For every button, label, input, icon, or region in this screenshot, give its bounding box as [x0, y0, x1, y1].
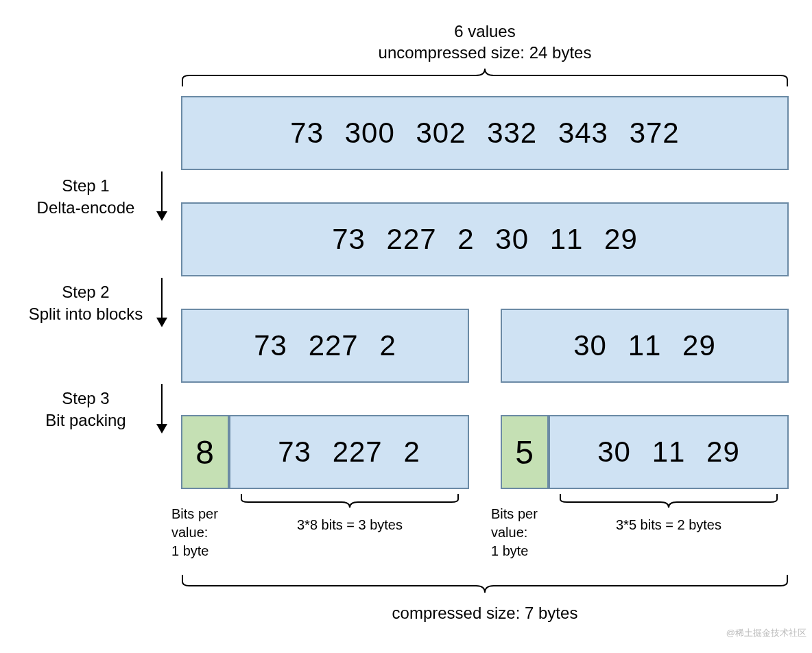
- bpv-r3: 1 byte: [491, 543, 528, 558]
- original-values: 73 300 302 332 343 372: [290, 117, 679, 150]
- bpv-left-label: Bits per value: 1 byte: [171, 505, 240, 560]
- top-brace: [181, 69, 789, 88]
- packed-left-box: 73 227 2: [229, 415, 469, 489]
- step2-label: Step 2 Split into blocks: [7, 281, 165, 326]
- arrow-step1: [161, 171, 163, 219]
- watermark: @稀土掘金技术社区: [726, 627, 807, 639]
- header-text: 6 values uncompressed size: 24 bytes: [181, 21, 789, 63]
- under-brace-left: [240, 492, 459, 508]
- under-brace-right: [559, 492, 778, 508]
- step2-l1: Step 2: [62, 283, 109, 301]
- bpv-r2: value:: [491, 525, 527, 540]
- bits-per-value-left: 8: [181, 415, 229, 489]
- bits-per-value-right: 5: [501, 415, 549, 489]
- step3-l1: Step 3: [62, 389, 109, 407]
- calc-right: 3*5 bits = 2 bytes: [559, 516, 778, 534]
- header-line1: 6 values: [454, 22, 515, 40]
- diagram-stage: 6 values uncompressed size: 24 bytes 73 …: [0, 0, 812, 653]
- block-left-box: 73 227 2: [181, 309, 469, 383]
- step1-label: Step 1 Delta-encode: [7, 175, 165, 219]
- bottom-brace: [181, 573, 789, 593]
- step1-l2: Delta-encode: [37, 198, 135, 217]
- delta-encoded-box: 73 227 2 30 11 29: [181, 202, 789, 276]
- packed-right-box: 30 11 29: [549, 415, 789, 489]
- header-line2: uncompressed size: 24 bytes: [379, 43, 592, 62]
- packed-left-values: 73 227 2: [278, 436, 420, 468]
- bpv-right-label: Bits per value: 1 byte: [491, 505, 560, 560]
- step2-l2: Split into blocks: [29, 305, 143, 323]
- bpv-l3: 1 byte: [171, 543, 208, 558]
- bits-left: 8: [195, 434, 215, 471]
- delta-encoded-values: 73 227 2 30 11 29: [332, 223, 638, 256]
- bits-right: 5: [515, 434, 534, 471]
- packed-right-values: 30 11 29: [597, 436, 740, 468]
- block-right-values: 30 11 29: [573, 329, 716, 362]
- compressed-size: compressed size: 7 bytes: [181, 604, 789, 623]
- block-right-box: 30 11 29: [501, 309, 789, 383]
- block-left-values: 73 227 2: [254, 329, 396, 362]
- arrow-step3: [161, 384, 163, 432]
- bpv-r1: Bits per: [491, 506, 538, 521]
- step1-l1: Step 1: [62, 176, 109, 195]
- step3-l2: Bit packing: [45, 411, 126, 429]
- bpv-l1: Bits per: [171, 506, 218, 521]
- arrow-step2: [161, 278, 163, 326]
- step3-label: Step 3 Bit packing: [7, 388, 165, 432]
- original-values-box: 73 300 302 332 343 372: [181, 96, 789, 170]
- watermark-sub: [804, 642, 807, 650]
- calc-left: 3*8 bits = 3 bytes: [240, 516, 459, 534]
- bpv-l2: value:: [171, 525, 208, 540]
